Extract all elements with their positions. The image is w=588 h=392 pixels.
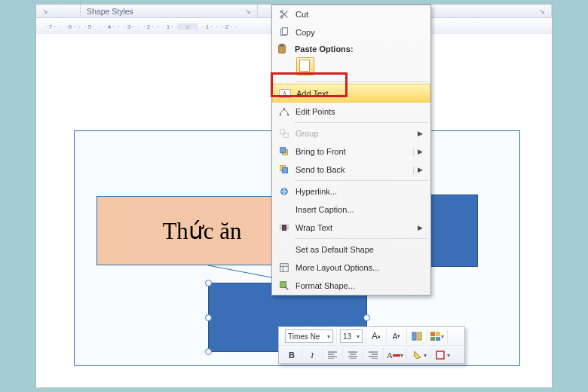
- mini-toolbar: Times Ne▾ 13▾ A▴ A▾ ▾ B I A▾ ▾ ▾: [278, 326, 465, 364]
- ctx-label: Edit Points: [296, 107, 423, 116]
- ctx-label: Copy: [296, 28, 423, 37]
- ctx-item-cut[interactable]: Cut: [272, 5, 430, 23]
- ctx-label: Wrap Text: [296, 223, 418, 232]
- context-menu: Cut Copy Paste Options: A Add Text: [271, 5, 431, 296]
- svg-rect-4: [282, 28, 287, 35]
- ribbon-expand-icon[interactable]: ↘: [245, 8, 251, 15]
- tutorial-highlight-box: [271, 72, 348, 97]
- ribbon-expand-icon[interactable]: ↘: [539, 8, 545, 15]
- blank-icon: [275, 242, 293, 257]
- wrap-text-icon: [275, 220, 293, 235]
- svg-rect-15: [280, 148, 286, 153]
- ctx-label: Paste Options:: [295, 44, 354, 54]
- ctx-separator: [295, 238, 428, 239]
- font-size-value: 13: [343, 332, 351, 341]
- format-shape-icon: [275, 278, 293, 293]
- ctx-item-wrap-text[interactable]: Wrap Text ▶: [272, 219, 430, 237]
- send-to-back-icon: [275, 162, 293, 177]
- svg-rect-26: [280, 264, 289, 272]
- ctx-label: Insert Caption...: [296, 205, 423, 214]
- ctx-label: Send to Back: [296, 165, 412, 174]
- bring-to-front-icon: [275, 144, 293, 159]
- bold-button[interactable]: B: [285, 348, 299, 362]
- ribbon-group-shape-styles: Shape Styles ↘: [81, 5, 258, 17]
- svg-rect-12: [280, 130, 285, 134]
- ctx-label: Group: [296, 129, 418, 138]
- ctx-label: Set as Default Shape: [296, 245, 423, 254]
- align-left-button[interactable]: [326, 348, 339, 362]
- svg-rect-31: [418, 332, 421, 340]
- resize-handle[interactable]: [205, 314, 212, 321]
- ctx-item-send-to-back[interactable]: Send to Back |▶: [272, 161, 430, 179]
- group-icon: [275, 126, 293, 141]
- ctx-label: Format Shape...: [296, 281, 423, 290]
- align-right-button[interactable]: [366, 348, 380, 362]
- copy-icon: [275, 25, 293, 40]
- quick-styles-dropdown-button[interactable]: ▾: [430, 329, 444, 343]
- svg-rect-34: [430, 337, 435, 341]
- ribbon-expand-icon[interactable]: ↘: [42, 8, 48, 15]
- peach-text: Thức ăn: [162, 217, 241, 245]
- ctx-item-edit-points[interactable]: Edit Points: [272, 103, 430, 121]
- app-window: ↘ Shape Styles ↘ ↘ · 7 ·· 6 ·· 5 ·· 4 ··…: [35, 4, 553, 388]
- ctx-item-bring-to-front[interactable]: Bring to Front |▶: [272, 142, 430, 161]
- submenu-arrow-icon: ▶: [418, 148, 423, 155]
- svg-rect-11: [287, 115, 289, 116]
- ctx-paste-options-header: Paste Options:: [272, 41, 430, 56]
- submenu-arrow-icon: ▶: [418, 224, 423, 231]
- ctx-item-more-layout-options[interactable]: More Layout Options...: [272, 259, 430, 277]
- ctx-separator: [295, 122, 428, 123]
- ctx-label: More Layout Options...: [296, 263, 423, 272]
- resize-handle[interactable]: [205, 280, 212, 286]
- ctx-item-hyperlink[interactable]: Hyperlink...: [272, 182, 430, 201]
- font-name-value: Times Ne: [288, 332, 320, 341]
- shape-fill-button[interactable]: [410, 348, 424, 362]
- svg-rect-6: [280, 44, 283, 46]
- svg-rect-30: [412, 332, 416, 340]
- submenu-arrow-icon: ▶: [418, 130, 423, 137]
- caption-icon: [275, 202, 293, 217]
- ctx-item-set-default-shape[interactable]: Set as Default Shape: [272, 240, 430, 259]
- grow-font-button[interactable]: A▴: [369, 329, 383, 343]
- svg-rect-9: [280, 115, 281, 116]
- resize-handle[interactable]: [363, 314, 370, 321]
- shape-outline-button[interactable]: [433, 348, 447, 362]
- svg-rect-10: [283, 109, 285, 110]
- italic-button[interactable]: I: [305, 348, 319, 362]
- ctx-label: Hyperlink...: [296, 187, 423, 196]
- layout-options-icon: [275, 260, 293, 275]
- svg-rect-32: [430, 332, 435, 336]
- svg-rect-13: [283, 133, 288, 137]
- font-name-combo[interactable]: Times Ne▾: [282, 329, 337, 344]
- edit-points-icon: [275, 104, 293, 119]
- svg-rect-35: [436, 337, 440, 341]
- font-color-button[interactable]: A: [387, 348, 400, 362]
- ctx-separator: [295, 180, 428, 181]
- submenu-arrow-icon: ▶: [418, 166, 423, 173]
- font-size-combo[interactable]: 13▾: [337, 329, 366, 344]
- svg-rect-17: [282, 167, 287, 173]
- hyperlink-icon: [275, 184, 293, 199]
- ctx-item-format-shape[interactable]: Format Shape...: [272, 277, 430, 295]
- svg-rect-19: [282, 225, 286, 231]
- ribbon-group-label: Shape Styles: [87, 7, 133, 16]
- shrink-font-button[interactable]: A▾: [390, 329, 403, 343]
- svg-rect-48: [436, 351, 444, 359]
- ctx-item-copy[interactable]: Copy: [272, 23, 430, 41]
- scissors-icon: [275, 7, 293, 22]
- svg-rect-33: [436, 332, 440, 336]
- clipboard-icon: [277, 44, 295, 54]
- ctx-label: Cut: [296, 10, 423, 19]
- align-center-button[interactable]: [346, 348, 360, 362]
- resize-handle[interactable]: [205, 348, 212, 355]
- ctx-item-insert-caption[interactable]: Insert Caption...: [272, 201, 430, 219]
- styles-gallery-button[interactable]: [410, 329, 424, 343]
- ctx-item-group: Group ▶: [272, 124, 430, 142]
- ctx-label: Bring to Front: [296, 147, 412, 156]
